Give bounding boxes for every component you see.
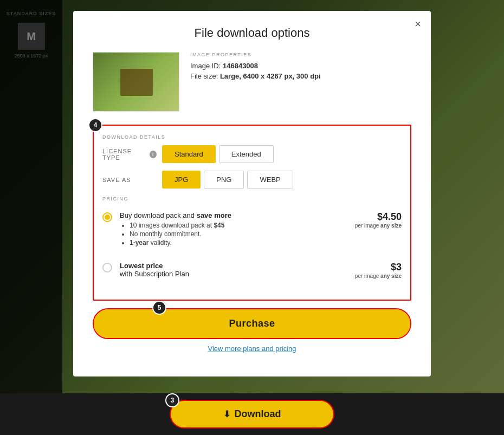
background: STANDARD SIZES M 2508 x 1672 px × File d… [0, 0, 504, 435]
format-btn-group: JPG PNG WEBP [162, 171, 293, 189]
download-details-box: 4 DOWNLOAD DETAILS LICENSE TYPE i Standa… [93, 125, 411, 301]
license-type-label: LICENSE TYPE i [102, 148, 157, 161]
image-info-row: IMAGE PROPERTIES Image ID: 146843008 Fil… [93, 52, 411, 112]
radio-inner-1 [105, 215, 110, 220]
pricing-bullets-1: 10 images download pack at $45 No monthl… [120, 222, 347, 246]
purchase-btn-wrapper: Purchase [93, 308, 411, 339]
purchase-button[interactable]: Purchase [94, 309, 410, 338]
price-note-1: per image any size [355, 223, 402, 229]
close-button[interactable]: × [415, 18, 421, 29]
price-value-2: $3 [355, 262, 402, 273]
image-id-row: Image ID: 146843008 [190, 62, 411, 70]
pricing-option-2: Lowest pricewith Subscription Plan $3 pe… [102, 258, 402, 283]
modal-title: File download options [93, 26, 411, 40]
format-webp-btn[interactable]: WEBP [247, 171, 293, 189]
download-button[interactable]: ⬇ Download [171, 401, 333, 427]
pricing-text-1: Buy download pack and save more 10 image… [120, 211, 347, 248]
bullet-2: No monthly commitment. [130, 230, 347, 238]
license-extended-btn[interactable]: Extended [219, 145, 274, 163]
modal-backdrop: × File download options IMAGE PROPERTIES… [0, 0, 504, 435]
save-as-label: SAVE AS [102, 177, 157, 183]
license-btn-group: Standard Extended [162, 145, 274, 163]
step-badge-5: 5 [152, 301, 166, 315]
pricing-radio-2[interactable] [102, 263, 112, 272]
download-btn-wrapper: 3 ⬇ Download [170, 400, 334, 428]
license-info-icon[interactable]: i [150, 151, 157, 158]
pricing-amount-1: $4.50 per image any size [355, 211, 402, 229]
save-as-row: SAVE AS JPG PNG WEBP [102, 171, 402, 189]
image-thumbnail [93, 52, 179, 112]
license-standard-btn[interactable]: Standard [162, 145, 216, 163]
filesize-label: File size: [190, 72, 218, 80]
pricing-title-2: Lowest pricewith Subscription Plan [120, 262, 347, 278]
bg-image: STANDARD SIZES M 2508 x 1672 px × File d… [0, 0, 504, 435]
step-badge-3: 3 [165, 393, 179, 407]
image-id-label: Image ID: [190, 62, 221, 70]
license-type-row: LICENSE TYPE i Standard Extended [102, 145, 402, 163]
download-label: Download [235, 408, 281, 420]
pricing-amount-2: $3 per image any size [355, 262, 402, 279]
image-id-value: 146843008 [223, 62, 258, 70]
step-badge-4: 4 [88, 118, 102, 132]
pricing-radio-1[interactable] [102, 212, 112, 222]
image-properties: IMAGE PROPERTIES Image ID: 146843008 Fil… [190, 52, 411, 82]
download-area: 3 ⬇ Download [0, 393, 504, 435]
bullet-1: 10 images download pack at $45 [130, 222, 347, 229]
filesize-value: Large, 6400 x 4267 px, 300 dpi [220, 72, 321, 80]
download-details-label: DOWNLOAD DETAILS [102, 134, 402, 140]
format-png-btn[interactable]: PNG [204, 171, 244, 189]
pricing-text-2: Lowest pricewith Subscription Plan [120, 262, 347, 280]
download-icon: ⬇ [223, 409, 230, 419]
view-plans-link[interactable]: View more plans and pricing [93, 345, 411, 353]
image-props-label: IMAGE PROPERTIES [190, 52, 411, 57]
format-jpg-btn[interactable]: JPG [162, 171, 201, 189]
modal-dialog: × File download options IMAGE PROPERTIES… [73, 11, 431, 376]
filesize-row: File size: Large, 6400 x 4267 px, 300 dp… [190, 72, 411, 80]
pricing-option-1: Buy download pack and save more 10 image… [102, 208, 402, 251]
pricing-title-1: Buy download pack and save more [120, 211, 347, 219]
pricing-label: PRICING [102, 196, 402, 202]
purchase-area: 5 Purchase [93, 308, 411, 339]
price-value-1: $4.50 [355, 211, 402, 223]
bullet-3: 1-year validity. [130, 239, 347, 246]
price-note-2: per image any size [355, 273, 402, 279]
